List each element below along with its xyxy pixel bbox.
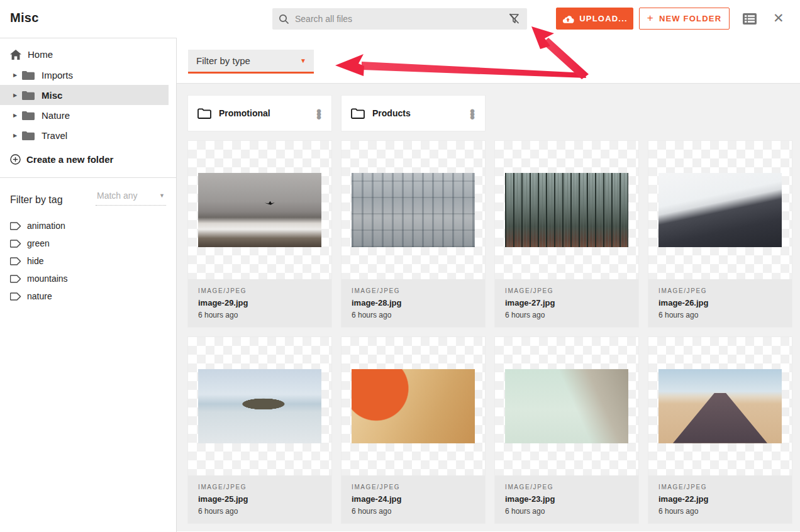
file-type-label: IMAGE/JPEG: [352, 484, 475, 490]
sidebar-item-home[interactable]: Home: [0, 38, 176, 65]
list-view-toggle-icon[interactable]: [742, 12, 757, 26]
folder-card-row: Promotional ●●● Products ●●●: [188, 96, 800, 131]
sidebar-folder-label: Misc: [42, 90, 62, 101]
tag-icon: [10, 292, 21, 301]
file-meta: IMAGE/JPEG image-23.jpg 6 hours ago: [495, 475, 638, 523]
file-name-label: image-23.jpg: [505, 494, 628, 504]
folder-icon: [22, 111, 35, 120]
folder-outline-icon: [351, 108, 365, 119]
create-new-folder-label: Create a new folder: [26, 154, 113, 165]
file-card-image-26.jpg[interactable]: IMAGE/JPEG image-26.jpg 6 hours ago: [648, 141, 792, 327]
filter-by-type-dropdown[interactable]: Filter by type ▼: [188, 50, 314, 74]
file-name-label: image-27.jpg: [505, 298, 628, 308]
file-card-image-27.jpg[interactable]: IMAGE/JPEG image-27.jpg 6 hours ago: [495, 141, 638, 327]
file-meta: IMAGE/JPEG image-26.jpg 6 hours ago: [648, 279, 792, 327]
file-card-image-25.jpg[interactable]: IMAGE/JPEG image-25.jpg 6 hours ago: [188, 337, 331, 523]
file-thumbnail: [495, 141, 638, 279]
sidebar-item-misc[interactable]: ▶ Misc: [0, 85, 169, 105]
file-thumbnail: [648, 337, 792, 475]
sidebar-item-travel[interactable]: ▶ Travel: [0, 125, 176, 145]
file-time-label: 6 hours ago: [352, 311, 475, 319]
kebab-menu-icon[interactable]: ●●●: [467, 109, 477, 118]
match-any-value: Match any: [97, 191, 138, 201]
file-name-label: image-25.jpg: [198, 494, 321, 504]
photo-island-in-calm-sea: [198, 369, 321, 443]
caret-right-icon[interactable]: ▶: [13, 133, 22, 138]
tag-icon: [10, 257, 21, 265]
caret-right-icon[interactable]: ▶: [13, 113, 22, 118]
plus-circle-icon: [10, 154, 21, 165]
file-card-image-28.jpg[interactable]: IMAGE/JPEG image-28.jpg 6 hours ago: [342, 141, 485, 327]
photo-concrete-building-mint-sky: [505, 369, 628, 443]
tag-label: nature: [27, 291, 52, 301]
photo-weathered-building-wall: [352, 173, 475, 247]
tag-list: animation green hide mountains nature: [0, 208, 176, 305]
home-icon: [10, 50, 21, 60]
file-time-label: 6 hours ago: [198, 311, 321, 319]
sidebar-home-label: Home: [28, 49, 53, 60]
file-card-image-24.jpg[interactable]: IMAGE/JPEG image-24.jpg 6 hours ago: [342, 337, 485, 523]
file-name-label: image-26.jpg: [658, 298, 782, 308]
file-meta: IMAGE/JPEG image-24.jpg 6 hours ago: [342, 475, 485, 523]
sidebar-item-nature[interactable]: ▶ Nature: [0, 105, 176, 125]
create-new-folder-button[interactable]: Create a new folder: [0, 145, 176, 165]
sidebar-folder-label: Travel: [42, 130, 67, 141]
file-meta: IMAGE/JPEG image-27.jpg 6 hours ago: [495, 279, 638, 327]
folder-card-promotional[interactable]: Promotional ●●●: [188, 96, 331, 131]
file-time-label: 6 hours ago: [505, 507, 628, 516]
file-time-label: 6 hours ago: [658, 311, 782, 319]
search-bar[interactable]: [272, 8, 527, 30]
sidebar: Home ▶ Imports ▶ Misc ▶ Nature ▶ Travel: [0, 38, 177, 532]
file-name-label: image-29.jpg: [198, 298, 321, 308]
file-card-image-29.jpg[interactable]: IMAGE/JPEG image-29.jpg 6 hours ago: [188, 141, 331, 327]
caret-right-icon[interactable]: ▶: [13, 92, 22, 98]
photo-orange-chair-wooden-desk: [352, 369, 475, 443]
folder-card-name: Promotional: [219, 108, 314, 118]
file-name-label: image-22.jpg: [658, 494, 782, 504]
search-input[interactable]: [295, 14, 508, 24]
file-type-label: IMAGE/JPEG: [198, 287, 321, 294]
page-title: Misc: [10, 11, 39, 25]
match-any-select[interactable]: Match any ▼: [96, 191, 166, 206]
folder-card-products[interactable]: Products ●●●: [342, 96, 485, 131]
file-time-label: 6 hours ago: [505, 311, 628, 319]
new-folder-button[interactable]: + NEW FOLDER: [639, 8, 730, 30]
file-name-label: image-24.jpg: [352, 494, 475, 504]
file-card-image-22.jpg[interactable]: IMAGE/JPEG image-22.jpg 6 hours ago: [648, 337, 792, 523]
file-meta: IMAGE/JPEG image-25.jpg 6 hours ago: [188, 475, 331, 523]
caret-right-icon[interactable]: ▶: [13, 72, 22, 78]
filter-by-type-label: Filter by type: [196, 55, 250, 66]
filter-by-tag-header: Filter by tag Match any ▼: [0, 178, 176, 208]
file-thumbnail: [495, 337, 638, 475]
folder-card-name: Products: [372, 108, 467, 118]
tag-item-nature[interactable]: nature: [10, 287, 166, 305]
tag-icon: [10, 222, 21, 230]
tag-item-animation[interactable]: animation: [10, 217, 166, 235]
file-type-label: IMAGE/JPEG: [352, 287, 475, 294]
file-time-label: 6 hours ago: [352, 507, 475, 516]
filter-by-tag-label: Filter by tag: [10, 194, 63, 206]
upload-button[interactable]: UPLOAD...: [556, 8, 633, 30]
photo-eagle-over-snowy-mountains: [198, 173, 321, 247]
search-filter-icon[interactable]: [508, 13, 521, 25]
file-type-label: IMAGE/JPEG: [505, 484, 628, 490]
close-icon[interactable]: ✕: [773, 11, 784, 25]
tag-item-green[interactable]: green: [10, 235, 166, 252]
file-grid: IMAGE/JPEG image-29.jpg 6 hours ago IMAG…: [188, 141, 792, 523]
tag-icon: [10, 240, 21, 248]
kebab-menu-icon[interactable]: ●●●: [314, 109, 324, 118]
file-card-image-23.jpg[interactable]: IMAGE/JPEG image-23.jpg 6 hours ago: [495, 337, 638, 523]
plus-icon: +: [647, 12, 654, 25]
tag-item-hide[interactable]: hide: [10, 252, 166, 270]
search-icon: [279, 14, 289, 25]
file-type-label: IMAGE/JPEG: [658, 484, 782, 490]
sidebar-folder-list: ▶ Imports ▶ Misc ▶ Nature ▶ Travel: [0, 65, 176, 145]
sidebar-item-imports[interactable]: ▶ Imports: [0, 65, 176, 85]
tag-label: hide: [27, 256, 43, 266]
file-meta: IMAGE/JPEG image-29.jpg 6 hours ago: [188, 279, 331, 327]
tag-icon: [10, 275, 21, 283]
cloud-upload-icon: [562, 14, 574, 23]
filter-row: Filter by type ▼: [177, 38, 800, 84]
photo-boardwalk-pier-beach: [658, 369, 782, 443]
tag-item-mountains[interactable]: mountains: [10, 270, 166, 287]
